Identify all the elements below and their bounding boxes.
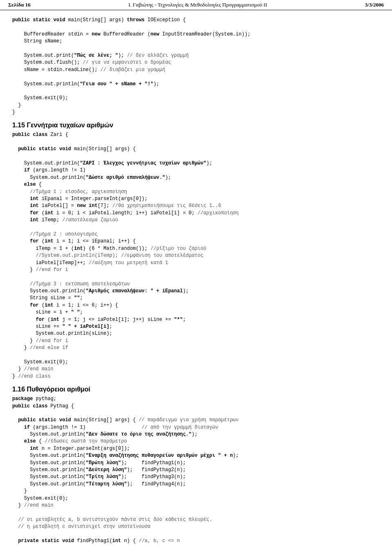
section-116-code: package pythag; public class Pythag { pu…	[12, 396, 380, 545]
page-date: 3/3/2006	[365, 2, 384, 8]
section-115-heading: 1.15 Γεννήτρια τυχαίων αριθμών	[12, 122, 380, 129]
top-code-block: public static void main(String[] args) t…	[12, 17, 380, 116]
page-number: Σελίδα 16	[8, 2, 31, 8]
section-116-label: 1.16 Πυθαγόρειοι αριθμοί	[12, 386, 90, 393]
section-115-label: 1.15 Γεννήτρια τυχαίων αριθμών	[12, 122, 113, 129]
page-content: public static void main(String[] args) t…	[0, 10, 392, 555]
section-116-heading: 1.16 Πυθαγόρειοι αριθμοί	[12, 386, 380, 393]
section-115-code: public class Zari { public static void m…	[12, 131, 380, 380]
page-title: Ι. Γαβιώτης - Τεχνολογίες & Μεθοδολογίες…	[129, 2, 267, 8]
page-header: Σελίδα 16 Ι. Γαβιώτης - Τεχνολογίες & Με…	[0, 0, 392, 10]
